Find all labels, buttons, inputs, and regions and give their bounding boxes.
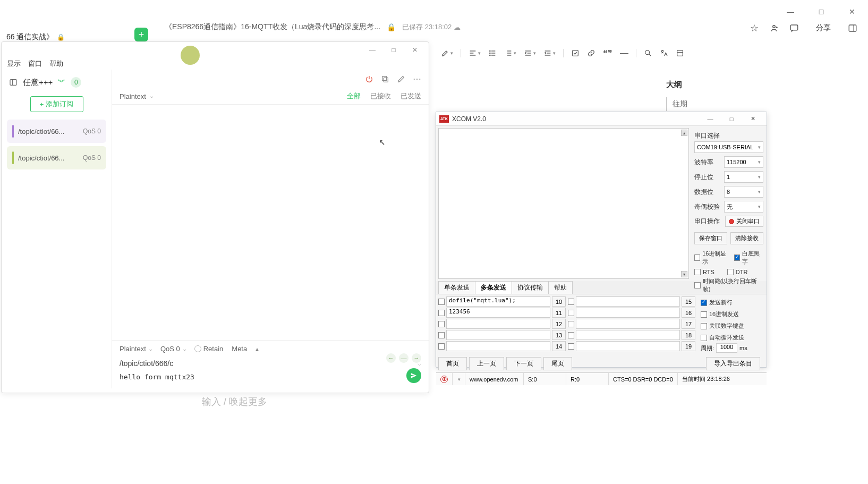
- status-dropdown[interactable]: ▾: [453, 373, 465, 385]
- main-close-button[interactable]: ✕: [841, 4, 863, 19]
- add-subscription-button[interactable]: + 添加订阅: [30, 96, 83, 112]
- tab-multi-send[interactable]: 多条发送: [475, 281, 512, 294]
- tab-help[interactable]: 帮助: [548, 281, 573, 294]
- encoding-select[interactable]: Plaintext ⌵: [120, 92, 153, 100]
- send-num-button[interactable]: 18: [682, 330, 695, 340]
- bullet-list-icon[interactable]: [488, 49, 497, 57]
- star-icon[interactable]: ☆: [750, 22, 759, 34]
- timestamp-checkbox[interactable]: [694, 282, 701, 288]
- send-num-button[interactable]: 13: [552, 330, 566, 340]
- prev-page-button[interactable]: 上一页: [469, 357, 504, 370]
- history-prev-button[interactable]: ←: [386, 353, 396, 363]
- outline-item[interactable]: 往期: [666, 97, 730, 111]
- send-newline-checkbox[interactable]: [701, 300, 707, 306]
- filter-sent[interactable]: 已发送: [401, 91, 421, 101]
- period-input[interactable]: 1000: [716, 343, 737, 353]
- highlight-icon[interactable]: ▾: [441, 49, 453, 57]
- baud-select[interactable]: 115200▾: [724, 156, 763, 168]
- panel-toggle-icon[interactable]: [848, 23, 857, 33]
- collapse-icon[interactable]: ︾: [58, 78, 65, 87]
- white-bg-checkbox[interactable]: [734, 254, 740, 261]
- close-port-button[interactable]: 关闭串口: [725, 216, 763, 227]
- scroll-up-icon[interactable]: ▴: [681, 130, 687, 136]
- row-checkbox[interactable]: [438, 332, 445, 338]
- stop-select[interactable]: 1▾: [724, 171, 763, 183]
- send-num-button[interactable]: 19: [682, 341, 695, 351]
- import-export-button[interactable]: 导入导出条目: [706, 357, 760, 370]
- send-num-button[interactable]: 15: [682, 296, 695, 307]
- compose-payload-input[interactable]: hello form mqttx23: [120, 370, 421, 384]
- edit-icon[interactable]: [397, 75, 405, 83]
- doc-body-placeholder[interactable]: 输入 / 唤起更多: [202, 395, 267, 408]
- row-checkbox[interactable]: [568, 310, 574, 316]
- chevron-up-icon[interactable]: ▴: [256, 345, 259, 353]
- search-icon[interactable]: [644, 49, 652, 57]
- data-select[interactable]: 8▾: [724, 186, 763, 198]
- menu-help[interactable]: 帮助: [49, 59, 63, 69]
- numpad-checkbox[interactable]: [701, 323, 707, 329]
- translate-icon[interactable]: [660, 49, 668, 57]
- main-maximize-button[interactable]: □: [811, 4, 832, 19]
- share-button[interactable]: 分享: [810, 21, 837, 35]
- main-minimize-button[interactable]: —: [780, 4, 801, 19]
- xcom-close-button[interactable]: ✕: [742, 114, 763, 124]
- link-icon[interactable]: [587, 49, 595, 57]
- power-icon[interactable]: [365, 75, 373, 83]
- row-checkbox[interactable]: [568, 332, 574, 338]
- comment-icon[interactable]: [789, 23, 799, 33]
- row-checkbox[interactable]: [438, 299, 445, 305]
- connection-name[interactable]: 任意+++: [23, 78, 53, 88]
- mqtt-maximize-button[interactable]: □: [384, 44, 403, 56]
- send-input-14[interactable]: [446, 341, 550, 351]
- row-checkbox[interactable]: [568, 299, 574, 305]
- dtr-checkbox[interactable]: [727, 269, 734, 275]
- parity-select[interactable]: 无▾: [724, 201, 763, 213]
- tab-single-send[interactable]: 单条发送: [438, 281, 475, 294]
- last-page-button[interactable]: 尾页: [543, 357, 572, 370]
- history-mid-button[interactable]: —: [399, 353, 409, 363]
- quote-icon[interactable]: ❝❞: [603, 48, 612, 58]
- topic-item[interactable]: /topic/ctiot/66... QoS 0: [7, 146, 106, 169]
- menu-window[interactable]: 窗口: [28, 59, 42, 69]
- retain-toggle[interactable]: Retain: [194, 345, 224, 353]
- clear-receive-button[interactable]: 清除接收: [730, 232, 763, 244]
- send-num-button[interactable]: 16: [682, 308, 695, 318]
- compose-qos-select[interactable]: QoS 0⌵: [160, 345, 186, 353]
- compose-topic-input[interactable]: /topic/ctiot/666/c: [120, 359, 173, 368]
- send-input-10[interactable]: dofile("mqtt.lua");: [446, 296, 550, 307]
- send-num-button[interactable]: 12: [552, 319, 566, 329]
- send-input-16[interactable]: [576, 308, 680, 318]
- status-indicator[interactable]: ⦿: [436, 373, 453, 385]
- panel-icon[interactable]: [9, 78, 18, 87]
- mqtt-close-button[interactable]: ✕: [405, 44, 424, 56]
- align-icon[interactable]: ▾: [469, 49, 481, 57]
- copy-icon[interactable]: [381, 75, 389, 83]
- history-next-button[interactable]: →: [412, 353, 421, 363]
- scroll-down-icon[interactable]: ▾: [681, 271, 687, 277]
- filter-all[interactable]: 全部: [347, 91, 361, 101]
- outdent-icon[interactable]: ▾: [524, 49, 536, 57]
- hex-send-checkbox[interactable]: [701, 311, 707, 318]
- block-icon[interactable]: [676, 49, 684, 57]
- topic-item[interactable]: /topic/ctiot/66... QoS 0: [7, 120, 106, 143]
- port-select[interactable]: COM19:USB-SERIAL▾: [694, 141, 763, 153]
- send-input-19[interactable]: [576, 341, 680, 351]
- send-num-button[interactable]: 14: [552, 341, 566, 351]
- row-checkbox[interactable]: [438, 343, 445, 350]
- status-url[interactable]: www.openedv.com: [465, 373, 524, 385]
- send-num-button[interactable]: 10: [552, 296, 566, 307]
- collab-icon[interactable]: [769, 23, 779, 33]
- menu-display[interactable]: 显示: [7, 59, 21, 69]
- indent-icon[interactable]: ▾: [543, 49, 556, 57]
- xcom-maximize-button[interactable]: □: [721, 114, 742, 124]
- hex-display-checkbox[interactable]: [694, 254, 700, 261]
- compose-encoding-select[interactable]: Plaintext⌵: [120, 345, 152, 353]
- checkbox-icon[interactable]: [571, 49, 580, 57]
- xcom-minimize-button[interactable]: —: [700, 114, 721, 124]
- add-tab-button[interactable]: +: [134, 28, 148, 41]
- row-checkbox[interactable]: [438, 310, 445, 316]
- row-checkbox[interactable]: [568, 321, 574, 327]
- save-window-button[interactable]: 保存窗口: [694, 232, 727, 244]
- next-page-button[interactable]: 下一页: [506, 357, 541, 370]
- filter-received[interactable]: 已接收: [370, 91, 391, 101]
